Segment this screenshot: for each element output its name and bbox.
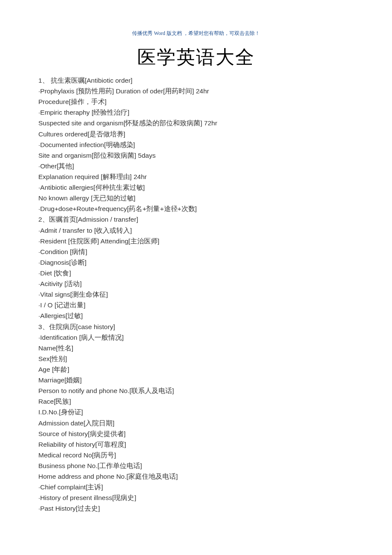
content-line: ·Drug+dose+Route+frequency[药名+剂量+途径+次数] [38,203,354,214]
content-line: Admission date[入院日期] [38,418,354,428]
content-line: ·Condition [病情] [38,246,354,257]
content-line: 3、住院病历[case history] [38,321,354,332]
content-line: Marriage[婚姻] [38,375,354,385]
content-line: Explanation required [解释理由] 24hr [38,171,354,182]
content-line: No known allergy [无已知的过敏] [38,193,354,203]
content-line: ·Other[其他] [38,161,354,171]
content-line: 2、医嘱首页[Admission / transfer] [38,214,354,225]
content-line: ·Vital signs[测生命体征] [38,289,354,300]
content-line: Home address and phone No.[家庭住地及电话] [38,471,354,482]
content-line: ·Antibiotic allergies[何种抗生素过敏] [38,182,354,193]
content-line: ·Prophylaxis [预防性用药] Duration of oder[用药… [38,86,354,96]
content-line: Suspected site and organism[怀疑感染的部位和致病菌]… [38,118,354,128]
content-line: ·Diagnosis[诊断] [38,257,354,268]
content-line: ·Resident [住院医师] Attending[主治医师] [38,236,354,246]
content-line: ·Empiric theraphy [经验性治疗] [38,107,354,118]
page-title: 医学英语大全 [38,45,354,70]
content-line: Reliability of history[可靠程度] [38,439,354,450]
content-line: Person to notify and phone No.[联系人及电话] [38,385,354,396]
content-line: ·Admit / transfer to [收入或转入] [38,225,354,236]
content-line: ·Acitivity [活动] [38,278,354,289]
content-line: ·Diet [饮食] [38,268,354,278]
content-line: ·I / O [记进出量] [38,300,354,310]
content-line: ·Past History[过去史] [38,503,354,514]
content-line: Procedure[操作，手术] [38,96,354,107]
content-line: Race[民族] [38,396,354,407]
content-line: 1、 抗生素医嘱[Antibiotic order] [38,75,354,86]
content-line: ·Documented infection[明确感染] [38,139,354,150]
content-line: ·Chief complaint[主诉] [38,482,354,492]
content-line: Site and organism[部位和致病菌] 5days [38,150,354,161]
content-line: Medical record No[病历号] [38,450,354,460]
content-line: ·History of present illness[现病史] [38,492,354,503]
content-line: Name[性名] [38,343,354,353]
content-line: I.D.No.[身份证] [38,407,354,417]
content-line: Business phone No.[工作单位电话] [38,460,354,471]
content-line: Source of history[病史提供者] [38,428,354,439]
header-note: 传播优秀 Word 版文档 ，希望对您有帮助，可双击去除！ [38,30,354,37]
document-content: 1、 抗生素医嘱[Antibiotic order] ·Prophylaxis … [38,75,354,514]
content-line: ·Allergies[过敏] [38,310,354,321]
content-line: Sex[性别] [38,353,354,364]
content-line: Cultures ordered[是否做培养] [38,129,354,139]
content-line: ·Identification [病人一般情况] [38,332,354,343]
content-line: Age [年龄] [38,364,354,375]
